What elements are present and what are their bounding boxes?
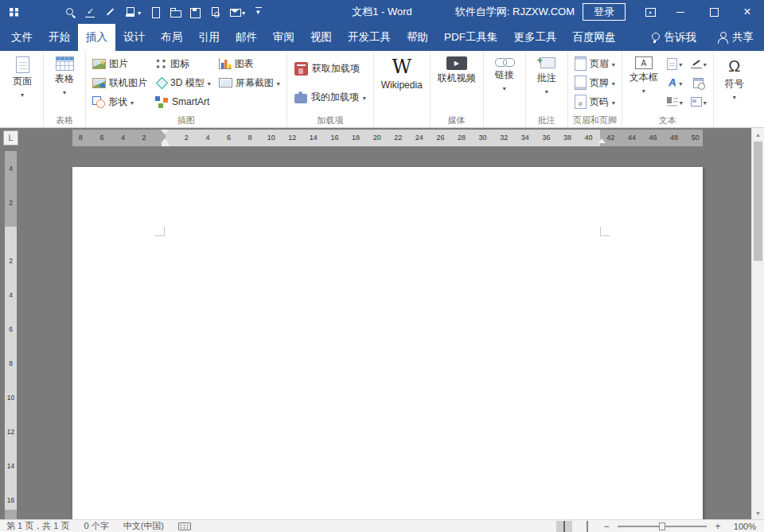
- scroll-down-arrow-icon[interactable]: [752, 507, 764, 519]
- pictures-button[interactable]: 图片: [88, 54, 151, 73]
- dropdown-caret-icon: [21, 88, 24, 95]
- left-indent-marker[interactable]: [162, 143, 169, 146]
- ribbon-tab[interactable]: 更多工具: [506, 24, 565, 51]
- comment-button[interactable]: 批注: [528, 52, 565, 115]
- screenshot-icon: [219, 78, 232, 87]
- new-document-icon[interactable]: [149, 6, 161, 18]
- shapes-button[interactable]: 形状: [88, 92, 151, 111]
- status-bar: 第 1 页，共 1 页 0 个字 中文(中国) − + 100%: [0, 519, 764, 532]
- ribbon-tab[interactable]: 引用: [190, 24, 228, 51]
- ruler-number: 28: [451, 130, 473, 146]
- email-button[interactable]: [228, 6, 245, 18]
- ink-color-button[interactable]: [124, 6, 141, 18]
- ribbon-tab[interactable]: 百度网盘: [565, 24, 624, 51]
- print-layout-button[interactable]: [556, 521, 572, 532]
- wikipedia-button[interactable]: Wikipedia: [376, 52, 427, 115]
- tell-me-button[interactable]: 告诉我: [640, 24, 707, 51]
- open-folder-icon[interactable]: [169, 6, 181, 18]
- wordart-button[interactable]: [663, 73, 687, 92]
- signature-line-button[interactable]: [687, 54, 711, 73]
- footer-button[interactable]: 页脚: [571, 73, 619, 92]
- ribbon-tab[interactable]: 审阅: [265, 24, 302, 51]
- person-icon: [717, 32, 727, 43]
- ruler-number: 16: [324, 130, 345, 146]
- first-line-indent-marker[interactable]: [161, 130, 169, 134]
- ribbon-tab[interactable]: 视图: [302, 24, 340, 51]
- symbol-button[interactable]: 符号: [716, 52, 753, 115]
- close-button[interactable]: [731, 0, 764, 24]
- ribbon-tab[interactable]: 邮件: [228, 24, 265, 51]
- get-addins-button[interactable]: 获取加载项: [290, 54, 371, 83]
- button-label: 形状: [108, 95, 127, 109]
- print-preview-icon[interactable]: [209, 6, 220, 18]
- dropdown-caret-icon: [208, 77, 211, 88]
- ruler-number: 10: [260, 130, 282, 146]
- 3d-models-button[interactable]: 3D 模型: [151, 73, 215, 92]
- scroll-up-arrow-icon[interactable]: [752, 128, 764, 141]
- ribbon-tab[interactable]: 文件: [3, 24, 41, 51]
- tab-selector[interactable]: [3, 130, 18, 146]
- online-video-button[interactable]: 联机视频: [433, 52, 481, 115]
- zoom-level[interactable]: 100%: [729, 522, 756, 531]
- ribbon-tab[interactable]: 开发工具: [340, 24, 399, 51]
- save-icon[interactable]: [189, 6, 201, 18]
- ribbon-tab[interactable]: 插入: [78, 24, 115, 51]
- vertical-ruler[interactable]: 42 246810121416: [5, 151, 17, 519]
- dropdown-caret-icon: [733, 91, 736, 98]
- pages-button[interactable]: 页面: [4, 52, 41, 115]
- vertical-scrollbar[interactable]: [751, 128, 764, 519]
- view-grid-icon[interactable]: [8, 6, 20, 18]
- symbol-button-label: 符号: [725, 79, 744, 89]
- text-box-button[interactable]: 文本框: [625, 52, 663, 115]
- table-button[interactable]: 表格: [46, 52, 83, 115]
- spellcheck-icon[interactable]: [84, 6, 96, 18]
- right-indent-marker[interactable]: [598, 138, 606, 143]
- maximize-button[interactable]: [697, 0, 731, 24]
- keyboard-icon[interactable]: [178, 522, 191, 530]
- word-count[interactable]: 0 个字: [84, 520, 108, 532]
- email-icon: [228, 6, 240, 18]
- ribbon-tab[interactable]: PDF工具集: [436, 24, 506, 51]
- icons-button[interactable]: 图标: [151, 54, 215, 73]
- login-button[interactable]: 登录: [583, 3, 626, 21]
- header-button[interactable]: 页眉: [571, 54, 619, 73]
- scrollbar-thumb[interactable]: [754, 142, 762, 261]
- edit-pen-icon[interactable]: [104, 6, 116, 18]
- zoom-out-button[interactable]: −: [602, 521, 610, 532]
- web-layout-button[interactable]: [579, 521, 595, 532]
- zoom-slider[interactable]: [618, 521, 707, 532]
- ribbon-tab[interactable]: 帮助: [399, 24, 436, 51]
- quick-parts-button[interactable]: [663, 54, 687, 73]
- page-indicator[interactable]: 第 1 页，共 1 页: [6, 520, 69, 532]
- document-page[interactable]: [72, 167, 703, 519]
- search-icon[interactable]: [64, 6, 76, 18]
- object-button[interactable]: [687, 92, 711, 111]
- share-button[interactable]: 共享: [707, 24, 764, 51]
- date-and-time-button[interactable]: [687, 73, 711, 92]
- link-button[interactable]: 链接: [486, 52, 523, 115]
- horizontal-ruler[interactable]: 8642 24681012141618202224262830323436384…: [72, 130, 703, 146]
- page-number-button[interactable]: 页码: [571, 92, 619, 111]
- zoom-slider-thumb[interactable]: [659, 522, 665, 530]
- ribbon-tab[interactable]: 设计: [115, 24, 153, 51]
- dropdown-caret-icon: [363, 91, 366, 103]
- footer-icon: [575, 76, 587, 90]
- drop-cap-button[interactable]: [663, 92, 687, 111]
- language-indicator[interactable]: 中文(中国): [123, 520, 164, 532]
- customize-qat-icon[interactable]: [253, 6, 265, 18]
- smartart-button[interactable]: SmartArt: [151, 92, 215, 111]
- minimize-button[interactable]: [664, 0, 697, 24]
- ribbon-display-options-icon[interactable]: [637, 0, 664, 24]
- zoom-in-button[interactable]: +: [714, 521, 722, 532]
- button-label: 图标: [170, 57, 189, 71]
- my-addins-button[interactable]: 我的加载项: [290, 83, 371, 111]
- screenshot-button[interactable]: 屏幕截图: [215, 73, 284, 92]
- online-pictures-button[interactable]: 联机图片: [88, 73, 151, 92]
- ribbon-tab[interactable]: 开始: [41, 24, 78, 51]
- read-mode-button[interactable]: [533, 521, 549, 532]
- ribbon-tab[interactable]: 布局: [153, 24, 190, 51]
- group-label-pages: [4, 115, 41, 127]
- chart-button[interactable]: 图表: [215, 54, 284, 73]
- group-label-symbols: [716, 115, 753, 127]
- ruler-number: 18: [345, 130, 367, 146]
